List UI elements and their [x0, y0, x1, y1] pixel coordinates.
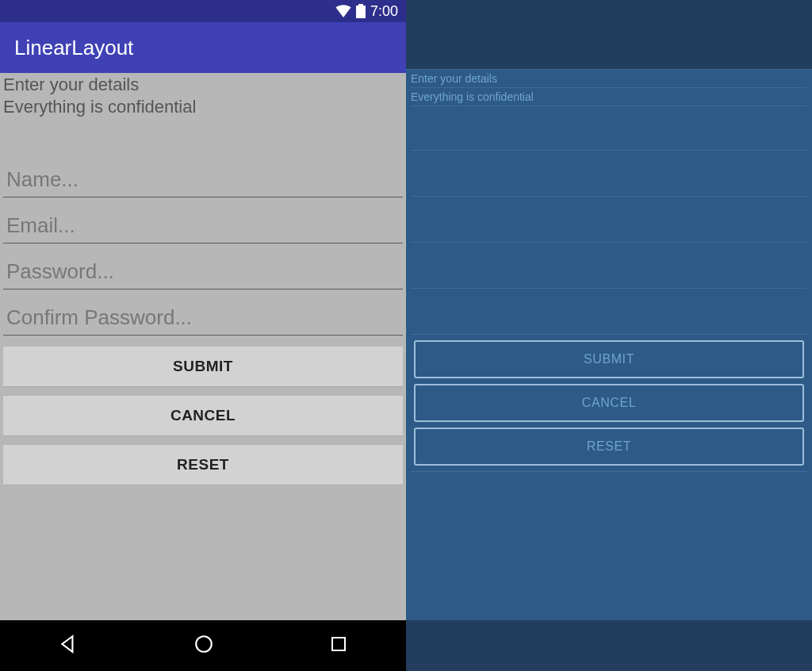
- blueprint-spacer: [411, 106, 807, 151]
- blueprint-hint-1: Enter your details: [411, 70, 807, 88]
- recent-apps-icon[interactable]: [329, 635, 348, 657]
- spacer: [3, 118, 403, 163]
- wifi-icon: [335, 5, 351, 17]
- layout-blueprint: . Enter your details Everything is confi…: [406, 0, 812, 671]
- submit-button[interactable]: SUBMIT: [3, 347, 403, 386]
- blueprint-confirm-password-field[interactable]: [411, 289, 807, 335]
- blueprint-submit-button[interactable]: SUBMIT: [414, 340, 804, 378]
- blueprint-reset-button[interactable]: RESET: [414, 428, 804, 466]
- blueprint-fill: [411, 471, 807, 472]
- android-nav-bar: [0, 620, 406, 671]
- status-bar: 7:00: [0, 0, 406, 22]
- svg-rect-3: [332, 638, 345, 650]
- blueprint-app-bar: [406, 22, 812, 70]
- svg-rect-0: [356, 6, 366, 18]
- app-bar: LinearLayout: [0, 22, 406, 73]
- email-field[interactable]: [3, 209, 403, 243]
- svg-rect-1: [358, 4, 363, 6]
- svg-point-2: [196, 636, 212, 652]
- battery-icon: [356, 4, 366, 18]
- cancel-button[interactable]: CANCEL: [3, 396, 403, 435]
- blueprint-hint-2: Everything is confidential: [411, 88, 807, 106]
- app-title: LinearLayout: [14, 36, 133, 60]
- blueprint-email-field[interactable]: [411, 197, 807, 243]
- blueprint-content: Enter your details Everything is confide…: [406, 70, 812, 620]
- name-field[interactable]: [3, 163, 403, 197]
- blueprint-name-field[interactable]: [411, 151, 807, 197]
- password-field[interactable]: [3, 255, 403, 289]
- blueprint-status-bar: .: [406, 0, 812, 22]
- hint-line-1: Enter your details: [3, 73, 403, 95]
- back-icon[interactable]: [58, 634, 79, 658]
- device-preview: 7:00 LinearLayout Enter your details Eve…: [0, 0, 406, 671]
- blueprint-cancel-button[interactable]: CANCEL: [414, 384, 804, 422]
- confirm-password-field[interactable]: [3, 301, 403, 336]
- hint-line-2: Everything is confidential: [3, 95, 403, 117]
- home-icon[interactable]: [193, 634, 214, 658]
- form-content: Enter your details Everything is confide…: [0, 73, 406, 620]
- clock-text: 7:00: [370, 3, 398, 20]
- blueprint-nav-bar: [406, 620, 812, 671]
- blueprint-password-field[interactable]: [411, 243, 807, 289]
- reset-button[interactable]: RESET: [3, 445, 403, 485]
